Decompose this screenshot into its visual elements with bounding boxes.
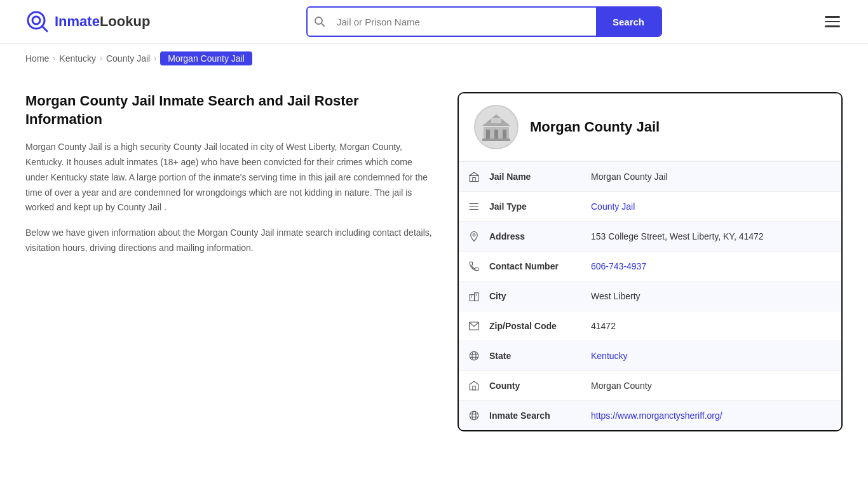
chevron-icon-2: › [100, 54, 102, 63]
table-row: CountyMorgan County [459, 370, 841, 400]
svg-rect-6 [486, 130, 490, 139]
info-label-6: State [489, 342, 591, 370]
info-value-3[interactable]: 606-743-4937 [591, 252, 841, 280]
mail-icon [459, 311, 489, 341]
svg-point-19 [470, 209, 471, 210]
header: InmateLookup Search [0, 0, 868, 44]
svg-point-34 [472, 411, 476, 420]
left-column: Morgan County Jail Inmate Search and Jai… [25, 92, 432, 431]
info-value-7: Morgan County [591, 372, 841, 400]
info-link-8[interactable]: https://www.morganctysheriff.org/ [591, 410, 722, 421]
table-row: Address153 College Street, West Liberty,… [459, 221, 841, 251]
table-row: StateKentucky [459, 341, 841, 370]
svg-rect-12 [470, 176, 478, 182]
table-row: Inmate Searchhttps://www.morganctysherif… [459, 400, 841, 430]
info-value-1[interactable]: County Jail [591, 193, 841, 220]
svg-rect-10 [491, 118, 501, 123]
table-row: Contact Number606-743-4937 [459, 251, 841, 281]
phone-icon [459, 252, 489, 281]
svg-rect-7 [494, 130, 498, 139]
info-label-3: Contact Number [489, 252, 591, 280]
info-link-3[interactable]: 606-743-4937 [591, 261, 646, 271]
search-globe-icon [459, 401, 489, 430]
info-label-8: Inmate Search [489, 402, 591, 430]
globe-icon [459, 341, 489, 370]
info-label-4: City [489, 282, 591, 310]
jail-card-header: Morgan County Jail [459, 93, 841, 161]
breadcrumb-kentucky[interactable]: Kentucky [59, 53, 96, 64]
breadcrumb-home[interactable]: Home [25, 53, 49, 64]
svg-point-20 [473, 234, 475, 236]
info-value-0: Morgan County Jail [591, 163, 841, 191]
table-row: Jail NameMorgan County Jail [459, 161, 841, 191]
search-wrapper: Search [306, 6, 662, 37]
svg-point-18 [470, 206, 471, 207]
list-icon [459, 192, 489, 221]
info-link-1[interactable]: County Jail [591, 201, 635, 212]
info-value-8[interactable]: https://www.morganctysheriff.org/ [591, 402, 841, 430]
county-icon [459, 371, 489, 400]
logo-link[interactable]: InmateLookup [25, 10, 165, 34]
info-label-2: Address [489, 222, 591, 250]
jail-card-title: Morgan County Jail [530, 119, 660, 135]
page-desc-2: Below we have given information about th… [25, 226, 432, 256]
breadcrumb-county-jail[interactable]: County Jail [106, 53, 150, 64]
table-row: Jail TypeCounty Jail [459, 191, 841, 221]
table-row: Zip/Postal Code41472 [459, 311, 841, 341]
city-icon [459, 281, 489, 311]
info-link-6[interactable]: Kentucky [591, 351, 628, 361]
info-value-4: West Liberty [591, 282, 841, 310]
svg-line-2 [42, 26, 47, 31]
svg-rect-11 [482, 139, 510, 141]
pin-icon [459, 222, 489, 251]
logo-icon [25, 10, 50, 34]
info-value-2: 153 College Street, West Liberty, KY, 41… [591, 222, 841, 250]
search-button[interactable]: Search [596, 8, 661, 36]
svg-rect-13 [473, 178, 476, 182]
chevron-icon-1: › [53, 54, 55, 63]
info-table: Jail NameMorgan County JailJail TypeCoun… [459, 161, 841, 430]
svg-point-1 [32, 17, 40, 24]
main-content: Morgan County Jail Inmate Search and Jai… [0, 73, 868, 457]
svg-line-4 [322, 24, 325, 27]
jail-avatar [474, 105, 519, 149]
svg-point-28 [470, 351, 478, 360]
right-column: Morgan County Jail Jail NameMorgan Count… [458, 92, 843, 431]
hamburger-menu[interactable] [822, 13, 843, 30]
svg-rect-32 [473, 386, 476, 390]
search-mag-icon [308, 16, 332, 27]
info-value-5: 41472 [591, 312, 841, 340]
breadcrumb-active: Morgan County Jail [160, 51, 252, 65]
svg-point-17 [470, 203, 471, 205]
search-area: Search [165, 6, 803, 37]
info-label-1: Jail Type [489, 193, 591, 220]
info-label-7: County [489, 372, 591, 400]
breadcrumb: Home › Kentucky › County Jail › Morgan C… [0, 44, 868, 73]
page-title: Morgan County Jail Inmate Search and Jai… [25, 92, 432, 128]
search-input[interactable] [332, 10, 596, 34]
info-value-6[interactable]: Kentucky [591, 342, 841, 370]
page-desc-1: Morgan County Jail is a high security Co… [25, 140, 432, 215]
svg-point-29 [472, 351, 476, 360]
info-label-0: Jail Name [489, 163, 591, 191]
svg-point-33 [470, 411, 478, 420]
svg-rect-8 [503, 130, 506, 139]
table-row: CityWest Liberty [459, 281, 841, 311]
chevron-icon-3: › [154, 54, 156, 63]
info-label-5: Zip/Postal Code [489, 312, 591, 340]
jail-icon [459, 162, 489, 191]
jail-card: Morgan County Jail Jail NameMorgan Count… [458, 92, 843, 431]
logo-text: InmateLookup [55, 13, 150, 30]
